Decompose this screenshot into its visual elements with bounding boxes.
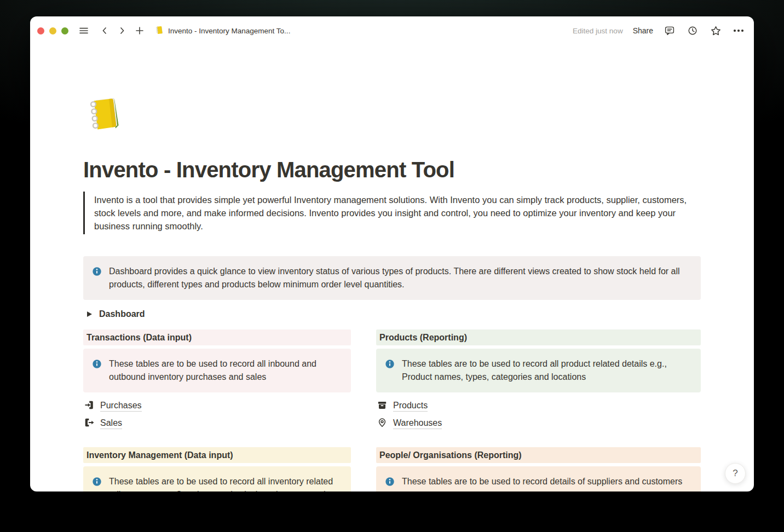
edited-timestamp: Edited just now [573,27,623,35]
quote-block: Invento is a tool that provides simple y… [83,192,696,234]
link-sales[interactable]: Sales [83,415,351,432]
door-enter-icon [84,400,94,412]
link-label[interactable]: Purchases [100,401,142,412]
link-label[interactable]: Warehouses [393,418,442,429]
archive-box-icon [377,400,387,412]
section-heading: Products (Reporting) [376,329,701,345]
tab-title-text: Invento - Inventory Management To... [168,27,290,35]
titlebar: Invento - Inventory Management To... Edi… [30,16,754,45]
columns-row-2: Inventory Management (Data input) These … [83,447,701,491]
section-heading: Transactions (Data input) [83,329,351,345]
section-products: Products (Reporting) These tables are to… [376,329,701,432]
section-callout: These tables are to be used to record al… [83,466,351,491]
close-window-button[interactable] [37,27,44,34]
info-icon [385,359,395,384]
callout-text: These tables are to be used to record de… [402,475,682,490]
link-label[interactable]: Products [393,401,428,412]
link-products[interactable]: Products [376,398,701,414]
titlebar-right: Edited just now Share [573,24,745,37]
more-ellipsis-icon[interactable] [732,24,745,37]
section-links: Purchases Sales [83,398,351,432]
page-title: Invento - Inventory Management Tool [83,157,701,183]
section-people-organisations: People/ Organisations (Reporting) These … [376,447,701,491]
callout-text: These tables are to be used to record al… [109,357,342,384]
desktop-background: Invento - Inventory Management To... Edi… [0,0,784,532]
info-icon [92,477,102,491]
location-pin-icon [377,418,387,430]
section-links: Products Warehouses [376,398,701,432]
new-tab-icon[interactable] [133,24,146,37]
nav-buttons [98,24,146,37]
ledger-notebook-icon [155,26,164,36]
info-icon [92,267,102,291]
link-warehouses[interactable]: Warehouses [376,415,701,432]
minimize-window-button[interactable] [49,27,56,34]
section-callout: These tables are to be used to record de… [376,466,701,491]
section-inventory-management: Inventory Management (Data input) These … [83,447,351,491]
section-callout: These tables are to be used to record al… [83,349,351,392]
traffic-lights [37,27,68,34]
notion-window: Invento - Inventory Management To... Edi… [30,16,754,491]
section-transactions: Transactions (Data input) These tables a… [83,329,351,432]
callout-text: Dashboard provides a quick glance to vie… [109,265,692,291]
section-heading: Inventory Management (Data input) [83,447,351,463]
info-icon [92,359,102,384]
section-callout: These tables are to be used to record al… [376,349,701,392]
help-button[interactable]: ? [725,463,746,484]
dashboard-overview-callout: Dashboard provides a quick glance to vie… [83,256,701,300]
breadcrumb[interactable]: Invento - Inventory Management To... [155,26,290,36]
callout-text: These tables are to be used to record al… [402,357,692,384]
toggle-triangle-icon[interactable] [87,311,92,317]
favorite-star-icon[interactable] [709,24,722,37]
toggle-label: Dashboard [99,309,145,319]
back-icon[interactable] [98,24,111,37]
page-emoji-notebook-icon[interactable] [83,94,126,137]
history-clock-icon[interactable] [686,24,699,37]
link-purchases[interactable]: Purchases [83,398,351,414]
zoom-window-button[interactable] [61,27,68,34]
door-exit-icon [84,418,94,430]
link-label[interactable]: Sales [100,418,122,429]
callout-text: These tables are to be used to record al… [109,475,342,491]
section-heading: People/ Organisations (Reporting) [376,447,701,463]
dashboard-toggle[interactable]: Dashboard [83,307,701,322]
share-button[interactable]: Share [633,26,653,35]
columns-row-1: Transactions (Data input) These tables a… [83,329,701,432]
comments-icon[interactable] [663,24,676,37]
forward-icon[interactable] [116,24,129,37]
info-icon [385,477,395,490]
sidebar-menu-icon[interactable] [77,24,90,37]
page-content: Invento - Inventory Management Tool Inve… [30,94,754,491]
